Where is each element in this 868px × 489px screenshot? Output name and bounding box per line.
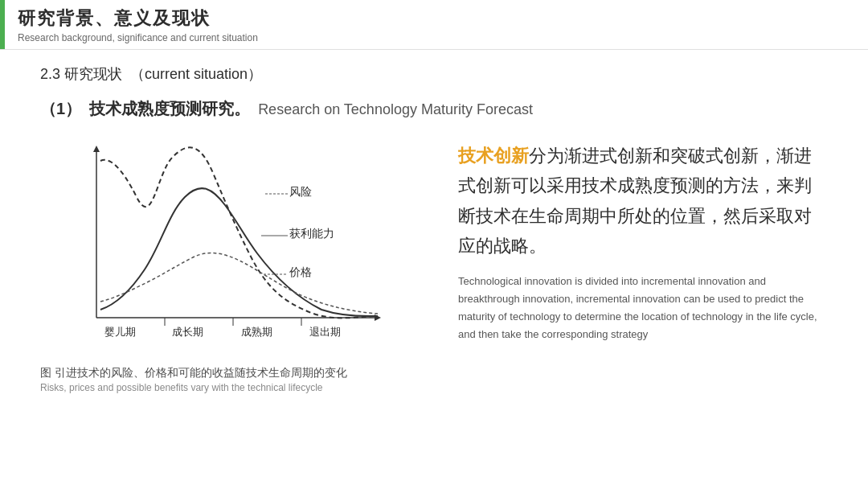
section-heading-en: current situation <box>145 66 248 82</box>
subsection-en: Research on Technology Maturity Forecast <box>258 101 533 118</box>
two-col-layout: 风险 获利能力 价格 婴儿期 成长期 成熟期 退出期 图 引进技 <box>40 133 828 393</box>
highlight-keyword: 技术创新 <box>458 146 529 166</box>
section-heading-cn: 2.3 研究现状 <box>40 66 122 82</box>
caption-en: Risks, prices and possible benefits vary… <box>40 382 426 393</box>
caption-block: 图 引进技术的风险、价格和可能的收益随技术生命周期的变化 Risks, pric… <box>40 366 426 393</box>
subsection-cn: 技术成熟度预测研究。 <box>89 98 250 120</box>
section-heading: 2.3 研究现状 （current situation） <box>40 64 828 84</box>
stage1-label: 婴儿期 <box>104 326 136 338</box>
header-title-cn: 研究背景、意义及现状 <box>18 6 258 31</box>
header-text-block: 研究背景、意义及现状 Research background, signific… <box>5 0 271 49</box>
subsection-title: （1） 技术成熟度预测研究。 Research on Technology Ma… <box>40 98 828 120</box>
chart-container: 风险 获利能力 价格 婴儿期 成长期 成熟期 退出期 <box>40 133 410 358</box>
header-bar: 研究背景、意义及现状 Research background, signific… <box>0 0 868 50</box>
svg-marker-2 <box>93 146 100 152</box>
highlight-text: 技术创新分为渐进式创新和突破式创新，渐进式创新可以采用技术成熟度预测的方法，来判… <box>458 141 828 261</box>
lifecycle-chart: 风险 获利能力 价格 婴儿期 成长期 成熟期 退出期 <box>40 133 410 358</box>
main-content: 2.3 研究现状 （current situation） （1） 技术成熟度预测… <box>0 50 868 401</box>
risk-label: 风险 <box>289 185 312 198</box>
header-title-en: Research background, significance and cu… <box>18 32 258 43</box>
profit-label: 获利能力 <box>289 227 334 240</box>
subsection-number: （1） <box>40 98 81 120</box>
body-text-en: Technological innovation is divided into… <box>458 273 828 343</box>
caption-cn: 图 引进技术的风险、价格和可能的收益随技术生命周期的变化 <box>40 366 426 380</box>
price-label: 价格 <box>289 265 312 278</box>
stage4-label: 退出期 <box>309 326 341 338</box>
stage3-label: 成熟期 <box>241 326 272 338</box>
left-col: 风险 获利能力 价格 婴儿期 成长期 成熟期 退出期 图 引进技 <box>40 133 426 393</box>
stage2-label: 成长期 <box>172 326 203 338</box>
right-col: 技术创新分为渐进式创新和突破式创新，渐进式创新可以采用技术成熟度预测的方法，来判… <box>458 133 828 343</box>
